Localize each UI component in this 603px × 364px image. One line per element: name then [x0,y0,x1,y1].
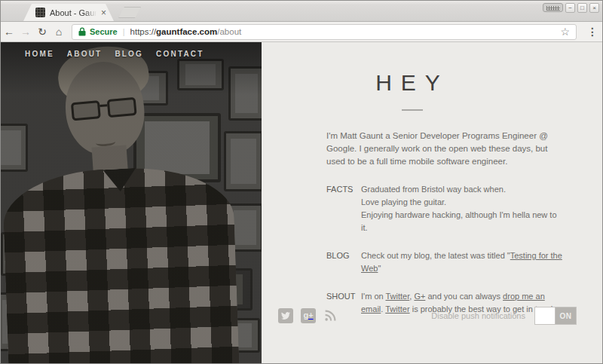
page-content: HOME ABOUT BLOG CONTACT HEY I'm Matt Gau… [1,42,602,363]
facts-section: FACTS Graduated from Bristol way back wh… [326,183,602,234]
secure-label: Secure [90,27,118,36]
new-tab-button[interactable] [118,7,141,18]
close-button[interactable]: × [589,3,599,13]
home-button[interactable]: ⌂ [51,26,67,37]
site-nav: HOME ABOUT BLOG CONTACT [1,50,262,58]
profile-photo: HOME ABOUT BLOG CONTACT [1,42,262,363]
tab-close-icon[interactable]: × [101,8,106,17]
fact-line: Graduated from Bristol way back when. [361,183,565,196]
google-plus-icon[interactable]: g+ [301,308,316,323]
shout-text: I'm on [361,292,385,301]
page-footer: g+ Disable push notifications ON [278,307,577,325]
window-controls: − □ × [565,3,599,13]
push-notification-control: Disable push notifications ON [431,307,577,325]
gplus-link[interactable]: G+ [414,292,425,301]
blog-text: Check out my blog, the latest was titled… [361,251,510,260]
blog-section: BLOG Check out my blog, the latest was t… [326,249,602,275]
browser-menu-icon[interactable]: ⋮ [583,26,602,38]
blog-text-end: " [378,264,381,273]
nav-item-home[interactable]: HOME [25,50,54,58]
nav-item-about[interactable]: ABOUT [67,50,103,58]
rss-icon[interactable] [323,309,337,323]
title-divider [402,109,423,111]
forward-button[interactable]: → [17,26,34,37]
blog-label: BLOG [326,249,361,275]
url-host: gauntface.com [156,27,217,36]
bookmark-star-icon[interactable]: ☆ [560,26,570,37]
shout-text: and you can always [425,292,503,301]
browser-toolbar: ← → ↻ ⌂ Secure | https:// gauntface.com … [1,22,602,42]
about-main: HEY I'm Matt Gaunt a Senior Developer Pr… [262,42,602,363]
push-toggle[interactable]: ON [534,307,577,325]
nav-item-contact[interactable]: CONTACT [156,50,204,58]
twitter-link[interactable]: Twitter [385,292,409,301]
titlebar-badge [543,3,563,12]
fact-line: Love playing the guitar. [361,196,565,209]
gplus-glyph: g+ [303,311,313,320]
secure-lock-icon [78,27,86,36]
omnibox-separator: | [123,27,125,36]
social-links: g+ [278,308,337,323]
minimize-button[interactable]: − [565,3,575,13]
twitter-icon[interactable] [278,308,293,323]
nav-item-blog[interactable]: BLOG [115,50,143,58]
back-button[interactable]: ← [1,26,17,37]
reload-button[interactable]: ↻ [34,26,51,37]
facts-body: Graduated from Bristol way back when. Lo… [361,183,565,234]
toggle-on-label: ON [556,307,576,324]
maximize-button[interactable]: □ [577,3,587,13]
titlebar: About - Gaunt Fa × − □ × [1,1,602,22]
photo-shade-overlay [1,42,262,363]
site-favicon-icon [35,8,45,17]
intro-paragraph: I'm Matt Gaunt a Senior Developer Progra… [326,130,563,168]
url-scheme: https:// [130,27,157,36]
blog-body: Check out my blog, the latest was titled… [361,249,565,275]
url-path: /about [217,27,241,36]
browser-tab[interactable]: About - Gaunt Fa × [23,4,114,21]
address-bar[interactable]: Secure | https:// gauntface.com /about ☆ [72,24,577,40]
facts-label: FACTS [326,183,361,234]
browser-window: About - Gaunt Fa × − □ × ← → ↻ ⌂ Secure … [0,0,603,364]
tab-title: About - Gaunt Fa [50,8,96,17]
fact-line: Enjoying hardware hacking, although I'm … [361,209,565,234]
page-title: HEY [242,70,583,96]
push-label: Disable push notifications [431,311,525,320]
toggle-knob [535,307,556,324]
